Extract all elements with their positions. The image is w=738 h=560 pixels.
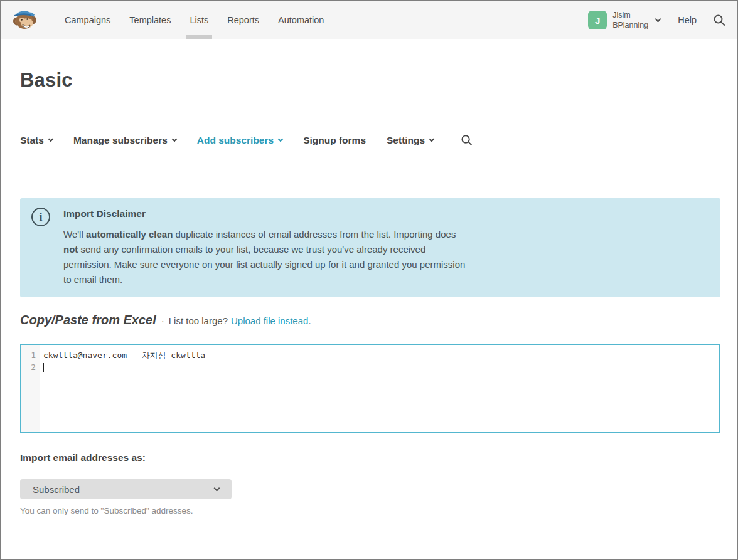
subnav-item-manage-subscribers[interactable]: Manage subscribers bbox=[73, 135, 176, 146]
disclaimer-text: We'll bbox=[63, 229, 86, 240]
chevron-down-icon[interactable] bbox=[655, 16, 661, 22]
disclaimer-text: send any confirmation emails to your lis… bbox=[63, 244, 465, 285]
nav-label: Automation bbox=[278, 15, 324, 25]
nav-item-templates[interactable]: Templates bbox=[120, 1, 180, 39]
sentence-period: . bbox=[308, 315, 311, 326]
nav-label: Templates bbox=[129, 15, 171, 25]
selected-option: Subscribed bbox=[33, 484, 80, 495]
page-title: Basic bbox=[20, 69, 73, 92]
avatar-initial: J bbox=[595, 15, 600, 26]
chevron-down-icon bbox=[278, 137, 283, 142]
account-menu[interactable]: Jisim BPlanning bbox=[612, 10, 648, 30]
nav-item-lists[interactable]: Lists bbox=[180, 1, 218, 39]
disclaimer-body: We'll automatically clean duplicate inst… bbox=[63, 227, 466, 287]
import-note: You can only send to "Subscribed" addres… bbox=[20, 506, 193, 515]
nav-label: Campaigns bbox=[65, 15, 110, 25]
line-number: 1 bbox=[21, 349, 36, 361]
chevron-down-icon bbox=[172, 137, 177, 142]
nav-label: Reports bbox=[227, 15, 259, 25]
freddie-monkey-icon bbox=[12, 6, 37, 34]
line-number: 2 bbox=[21, 361, 36, 373]
upload-file-instead-link[interactable]: Upload file instead bbox=[231, 315, 308, 326]
nav-item-automation[interactable]: Automation bbox=[269, 1, 333, 39]
import-disclaimer-callout: i Import Disclaimer We'll automatically … bbox=[20, 198, 720, 297]
subnav-item-settings[interactable]: Settings bbox=[387, 135, 434, 146]
search-icon bbox=[713, 14, 725, 26]
chevron-down-icon bbox=[48, 137, 53, 142]
subnav-label: Manage subscribers bbox=[73, 135, 168, 146]
list-subnav: Stats Manage subscribers Add subscribers… bbox=[20, 134, 473, 146]
mailchimp-logo[interactable] bbox=[11, 6, 38, 34]
account-orgname: BPlanning bbox=[612, 20, 648, 30]
subnav-label: Add subscribers bbox=[197, 135, 274, 146]
text-caret bbox=[43, 363, 44, 372]
disclaimer-text: duplicate instances of email addresses f… bbox=[173, 229, 456, 240]
disclaimer-text-bold: not bbox=[63, 244, 78, 255]
list-too-large-text: List too large? bbox=[169, 315, 228, 326]
subnav-label: Signup forms bbox=[303, 135, 366, 146]
import-as-label: Import email addresses as: bbox=[20, 452, 146, 463]
avatar[interactable]: J bbox=[588, 11, 607, 29]
chevron-down-icon bbox=[429, 137, 434, 142]
subnav-label: Settings bbox=[387, 135, 425, 146]
paste-subscribers-editor: 1 2 ckwltla@naver.com 차지심 ckwltla bbox=[20, 344, 720, 433]
editor-line-2 bbox=[43, 361, 719, 373]
subnav-item-signup-forms[interactable]: Signup forms bbox=[303, 135, 366, 146]
subnav-item-stats[interactable]: Stats bbox=[20, 135, 53, 146]
global-search-button[interactable] bbox=[713, 14, 725, 26]
copy-paste-heading-row: Copy/Paste from Excel · List too large? … bbox=[20, 313, 311, 327]
topnav-right: J Jisim BPlanning Help bbox=[588, 10, 725, 30]
help-link[interactable]: Help bbox=[678, 15, 697, 25]
top-navbar: Campaigns Templates Lists Reports Automa… bbox=[1, 1, 737, 39]
active-nav-underline bbox=[186, 35, 212, 39]
account-username: Jisim bbox=[612, 10, 648, 20]
subscriber-search-button[interactable] bbox=[461, 134, 473, 146]
disclaimer-title: Import Disclaimer bbox=[63, 208, 146, 219]
editor-text-input[interactable]: ckwltla@naver.com 차지심 ckwltla bbox=[40, 345, 719, 432]
nav-item-campaigns[interactable]: Campaigns bbox=[55, 1, 120, 39]
chevron-down-icon bbox=[214, 485, 220, 492]
subnav-label: Stats bbox=[20, 135, 44, 146]
primary-nav: Campaigns Templates Lists Reports Automa… bbox=[55, 1, 333, 39]
copy-paste-heading: Copy/Paste from Excel bbox=[20, 313, 156, 327]
disclaimer-text-bold: automatically clean bbox=[86, 229, 173, 240]
mailchimp-list-import-page: { "topnav": { "items": [ { "label": "Cam… bbox=[0, 0, 738, 560]
import-status-select[interactable]: Subscribed bbox=[20, 479, 232, 499]
subnav-item-add-subscribers[interactable]: Add subscribers bbox=[197, 135, 282, 146]
nav-item-reports[interactable]: Reports bbox=[218, 1, 269, 39]
section-divider bbox=[20, 161, 720, 161]
info-icon: i bbox=[31, 208, 50, 226]
search-icon bbox=[461, 134, 473, 146]
nav-label: Lists bbox=[190, 15, 208, 25]
line-number-gutter: 1 2 bbox=[21, 345, 40, 432]
dot-separator: · bbox=[161, 315, 164, 326]
editor-line-1: ckwltla@naver.com 차지심 ckwltla bbox=[43, 349, 719, 361]
